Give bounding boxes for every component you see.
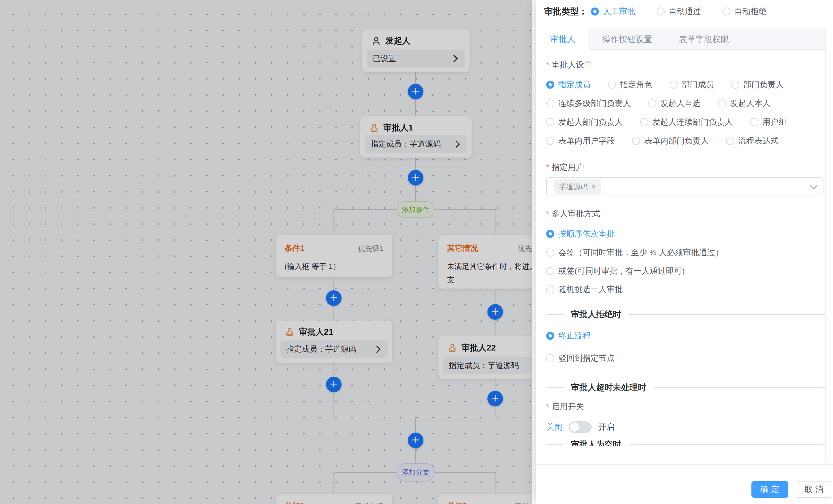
switch-off-label: 关闭 [546,422,562,433]
divider-title: 审批人为空时 [571,439,621,446]
tab-approver[interactable]: 审批人 [537,29,589,50]
radio-form-user-field[interactable]: 表单内用户字段 [546,136,615,146]
timeout-section-divider: 审批人超时未处理时 [547,382,825,394]
empty-approver-divider: 审批人为空时 [547,439,825,446]
cancel-button[interactable]: 取 消 [796,481,832,498]
radio-icon [670,81,677,89]
tag-remove-icon[interactable]: ✕ [591,183,596,190]
radio-label: 指定角色 [620,79,652,90]
radio-icon [546,137,554,145]
radio-assign-member[interactable]: 指定成员 [546,79,591,90]
radio-process-expression[interactable]: 流程表达式 [726,136,779,146]
approver-setting-row3: 发起人部门负责人 发起人连续部门负责人 用户组 [546,117,804,127]
radio-return-to-node[interactable]: 驳回到指定节点 [546,353,615,363]
radio-icon [546,332,554,340]
drawer-overlay[interactable] [0,0,532,504]
radio-label: 表单内用户字段 [558,135,615,146]
divider-title: 审批人超时未处理时 [571,382,646,394]
radio-starter-self[interactable]: 发起人本人 [718,98,770,108]
radio-label: 发起人自选 [660,98,701,109]
radio-icon [632,137,640,145]
radio-label: 人工审批 [603,6,635,17]
radio-icon [750,118,758,126]
radio-label: 终止流程 [558,330,591,341]
radio-label: 驳回到指定节点 [558,353,615,364]
radio-label: 发起人本人 [730,98,770,109]
radio-label: 发起人连续部门负责人 [652,117,733,128]
chevron-down-icon [810,182,817,189]
radio-icon [726,137,734,145]
radio-icon [608,81,616,89]
radio-label: 按顺序依次审批 [558,228,615,239]
timeout-toggle-switch[interactable] [569,421,592,433]
approver-setting-label: 审批人设置 [546,59,592,70]
switch-on-label: 开启 [598,422,614,433]
radio-icon [718,99,726,107]
radio-label: 部门成员 [682,79,714,90]
radio-terminate-process[interactable]: 终止流程 [546,331,591,341]
confirm-button[interactable]: 确 定 [752,481,788,498]
radio-random-one[interactable]: 随机挑选一人审批 [546,284,623,295]
radio-starter-multi-dept-leader[interactable]: 发起人连续部门负责人 [640,117,733,127]
radio-label: 用户组 [762,117,787,128]
radio-icon [640,118,648,126]
radio-icon [546,118,554,126]
approver-settings-drawer: 审批类型： 人工审批 自动通过 自动拒绝 审批人 操作按钮设置 表单字段权限 [536,0,833,504]
radio-label: 流程表达式 [738,135,779,146]
radio-dept-member[interactable]: 部门成员 [670,79,714,90]
radio-auto-approve[interactable]: 自动通过 [657,6,701,17]
multi-approve-label: 多人审批方式 [546,208,600,219]
approver-setting-row1: 指定成员 指定角色 部门成员 部门负责人 [546,79,801,90]
radio-starter-dept-leader[interactable]: 发起人部门负责人 [546,117,623,127]
footer-divider [536,464,833,464]
radio-label: 会签（可同时审批，至少 % 人必须审批通过） [558,247,723,258]
enable-switch-label: 启用开关 [546,401,584,412]
reject-section-divider: 审批人拒绝时 [547,309,825,320]
radio-icon [546,267,554,275]
radio-multi-level-dept-leader[interactable]: 连续多级部门负责人 [546,98,631,108]
user-tag-text: 芋道源码 [559,182,588,192]
radio-icon [722,7,730,16]
radio-label: 自动拒绝 [734,6,767,17]
switch-knob [570,423,579,432]
radio-icon [546,354,554,362]
radio-icon [657,7,665,16]
radio-icon [731,81,739,89]
approver-setting-row4: 表单内用户字段 表单内部门负责人 流程表达式 [546,136,796,146]
radio-form-dept-leader[interactable]: 表单内部门负责人 [632,136,709,146]
tab-form-field-permissions[interactable]: 表单字段权限 [666,29,742,49]
divider-title: 审批人拒绝时 [571,309,621,320]
radio-icon [648,99,656,107]
approver-setting-row2: 连续多级部门负责人 发起人自选 发起人本人 [546,98,788,108]
radio-label: 自动通过 [669,6,701,17]
tab-action-buttons[interactable]: 操作按钮设置 [589,29,666,49]
radio-auto-reject[interactable]: 自动拒绝 [722,6,767,17]
radio-icon [591,7,599,16]
radio-icon [546,81,554,89]
radio-manual-approval[interactable]: 人工审批 [591,6,635,17]
radio-label: 或签(可同时审批，有一人通过即可) [558,266,685,276]
radio-or-sign[interactable]: 或签(可同时审批，有一人通过即可) [546,266,685,276]
user-tag: 芋道源码 ✕ [554,179,601,194]
radio-label: 表单内部门负责人 [644,135,709,146]
radio-sequential-approval[interactable]: 按顺序依次审批 [546,229,615,239]
radio-dept-leader[interactable]: 部门负责人 [731,79,784,90]
radio-label: 部门负责人 [743,79,784,90]
timeout-switch-row: 关闭 开启 [546,421,614,433]
radio-assign-role[interactable]: 指定角色 [608,79,652,90]
radio-user-group[interactable]: 用户组 [750,117,787,127]
radio-icon [546,285,554,294]
tab-bar: 审批人 操作按钮设置 表单字段权限 [537,29,825,50]
radio-label: 发起人部门负责人 [558,117,623,128]
radio-label: 指定成员 [558,79,591,90]
radio-icon [546,249,554,257]
radio-countersign[interactable]: 会签（可同时审批，至少 % 人必须审批通过） [546,247,723,258]
radio-icon [546,99,554,107]
radio-starter-self-select[interactable]: 发起人自选 [648,98,701,108]
radio-label: 随机挑选一人审批 [558,284,623,295]
assign-user-label: 指定用户 [546,162,584,173]
tab-content: 审批人设置 指定成员 指定角色 部门成员 部门负责人 连续多级部门负责人 发起人… [537,50,825,446]
radio-icon [546,230,554,238]
approval-type-label: 审批类型： [544,6,588,18]
assign-user-select[interactable]: 芋道源码 ✕ [546,177,824,196]
